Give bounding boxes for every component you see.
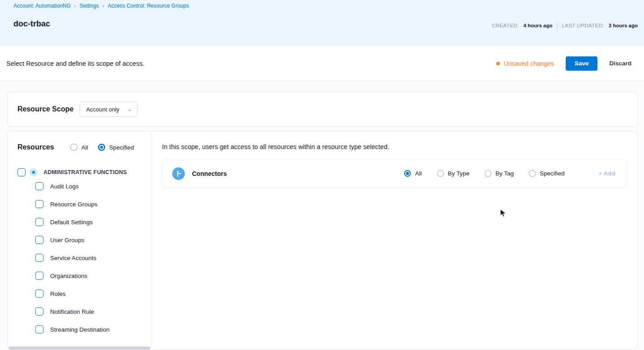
chevron-down-icon: ⌄ bbox=[127, 107, 132, 112]
group-checkbox[interactable] bbox=[17, 168, 26, 176]
unsaved-dot-icon bbox=[496, 62, 500, 65]
created-label: CREATED: bbox=[492, 23, 519, 28]
item-label: Resource Groups bbox=[50, 201, 98, 208]
connectors-all-label: All bbox=[415, 170, 422, 177]
breadcrumb: Account: AutomationNG › Settings › Acces… bbox=[13, 3, 638, 9]
item-label: User Groups bbox=[50, 237, 85, 243]
connectors-row: Connectors All By Type By Tag Specified bbox=[162, 159, 627, 188]
item-label: Audit Logs bbox=[50, 183, 79, 190]
unsaved-changes-indicator: Unsaved changes bbox=[496, 60, 554, 67]
tree-item-audit-logs[interactable]: Audit Logs bbox=[17, 177, 151, 195]
item-checkbox[interactable] bbox=[35, 307, 43, 316]
resource-scope-card: Resource Scope Account only ⌄ bbox=[7, 92, 638, 127]
resources-specified-label: Specified bbox=[109, 144, 134, 151]
resources-mode-radio-group: All Specified bbox=[70, 144, 134, 151]
radio-checked-icon[interactable] bbox=[404, 170, 411, 177]
item-checkbox[interactable] bbox=[35, 218, 43, 226]
item-label: Organizations bbox=[50, 273, 87, 279]
item-checkbox[interactable] bbox=[35, 200, 43, 208]
action-toolbar: Select Resource and define its scope of … bbox=[0, 46, 644, 81]
horizontal-scrollbar[interactable] bbox=[9, 346, 150, 350]
item-checkbox[interactable] bbox=[35, 182, 43, 190]
resources-card: Resources All Specified ADMINISTRATIVE F… bbox=[7, 131, 638, 350]
item-label: Default Settings bbox=[50, 219, 93, 226]
tree-item-organizations[interactable]: Organizations bbox=[17, 267, 151, 285]
resources-all-label: All bbox=[81, 144, 88, 151]
connectors-specified-label: Specified bbox=[540, 170, 565, 177]
tree-item-default-settings[interactable]: Default Settings bbox=[17, 213, 151, 231]
resources-list-panel: Resources All Specified ADMINISTRATIVE F… bbox=[8, 132, 151, 350]
last-updated-label: LAST UPDATED: bbox=[562, 23, 604, 28]
connectors-by-type-radio[interactable]: By Type bbox=[437, 170, 470, 177]
created-value: 4 hours ago bbox=[523, 23, 552, 28]
breadcrumb-account-link[interactable]: Account: AutomationNG bbox=[13, 3, 71, 9]
connectors-by-tag-label: By Tag bbox=[495, 170, 514, 177]
breadcrumb-resource-groups-link[interactable]: Access Control: Resource Groups bbox=[108, 3, 189, 9]
toolbar-description: Select Resource and define its scope of … bbox=[6, 60, 145, 67]
resources-specified-radio[interactable]: Specified bbox=[98, 144, 134, 151]
unsaved-changes-label: Unsaved changes bbox=[504, 60, 554, 67]
item-checkbox[interactable] bbox=[35, 236, 43, 244]
item-checkbox[interactable] bbox=[35, 325, 43, 333]
group-collapse-icon[interactable] bbox=[30, 168, 38, 176]
save-button[interactable]: Save bbox=[566, 56, 598, 71]
resources-title: Resources bbox=[17, 143, 54, 151]
connectors-by-tag-radio[interactable]: By Tag bbox=[485, 170, 514, 177]
discard-button[interactable]: Discard bbox=[609, 60, 631, 67]
page-header: Account: AutomationNG › Settings › Acces… bbox=[0, 0, 644, 46]
connectors-icon bbox=[172, 167, 185, 180]
radio-unchecked-icon[interactable] bbox=[529, 170, 536, 177]
resource-scope-selected-value: Account only bbox=[86, 106, 119, 113]
connectors-label: Connectors bbox=[192, 170, 227, 177]
tree-item-roles[interactable]: Roles bbox=[17, 285, 151, 303]
item-label: Roles bbox=[50, 290, 66, 297]
radio-unchecked-icon[interactable] bbox=[70, 144, 77, 151]
last-updated-value: 3 hours ago bbox=[609, 23, 638, 28]
group-label: ADMINISTRATIVE FUNCTIONS bbox=[43, 169, 127, 175]
item-checkbox[interactable] bbox=[35, 254, 43, 262]
item-label: Notification Rule bbox=[50, 308, 94, 315]
radio-unchecked-icon[interactable] bbox=[437, 170, 444, 177]
scope-detail-panel: In this scope, users get access to all r… bbox=[151, 132, 637, 350]
item-checkbox[interactable] bbox=[35, 272, 43, 280]
scope-description: In this scope, users get access to all r… bbox=[162, 143, 627, 150]
tree-item-notification-rule[interactable]: Notification Rule bbox=[17, 303, 151, 320]
divider bbox=[557, 22, 558, 29]
radio-checked-icon[interactable] bbox=[98, 144, 105, 151]
item-checkbox[interactable] bbox=[35, 290, 43, 298]
tree-item-user-groups[interactable]: User Groups bbox=[17, 231, 151, 249]
item-label: Streaming Destination bbox=[50, 326, 110, 333]
tree-group-administrative-functions[interactable]: ADMINISTRATIVE FUNCTIONS bbox=[17, 167, 151, 177]
add-resources-link[interactable]: + Add bbox=[599, 170, 615, 177]
timestamps: CREATED: 4 hours ago LAST UPDATED: 3 hou… bbox=[492, 22, 638, 29]
radio-unchecked-icon[interactable] bbox=[485, 170, 491, 177]
tree-item-streaming-destination[interactable]: Streaming Destination bbox=[17, 320, 151, 338]
breadcrumb-settings-link[interactable]: Settings bbox=[80, 3, 99, 9]
connectors-by-type-label: By Type bbox=[448, 170, 470, 177]
tree-item-resource-groups[interactable]: Resource Groups bbox=[17, 195, 151, 213]
connectors-specified-radio[interactable]: Specified bbox=[529, 170, 565, 177]
resource-scope-select[interactable]: Account only ⌄ bbox=[80, 102, 137, 117]
resource-scope-title: Resource Scope bbox=[17, 105, 73, 113]
breadcrumb-separator-icon: › bbox=[74, 3, 76, 9]
resources-all-radio[interactable]: All bbox=[70, 144, 88, 151]
item-label: Service Accounts bbox=[50, 255, 97, 261]
breadcrumb-separator-icon: › bbox=[102, 3, 104, 9]
connectors-scope-radio-group: All By Type By Tag Specified + Add bbox=[404, 170, 615, 177]
resource-type-tree: ADMINISTRATIVE FUNCTIONS Audit Logs Reso… bbox=[17, 167, 151, 338]
tree-item-service-accounts[interactable]: Service Accounts bbox=[17, 249, 151, 267]
connectors-all-radio[interactable]: All bbox=[404, 170, 422, 177]
